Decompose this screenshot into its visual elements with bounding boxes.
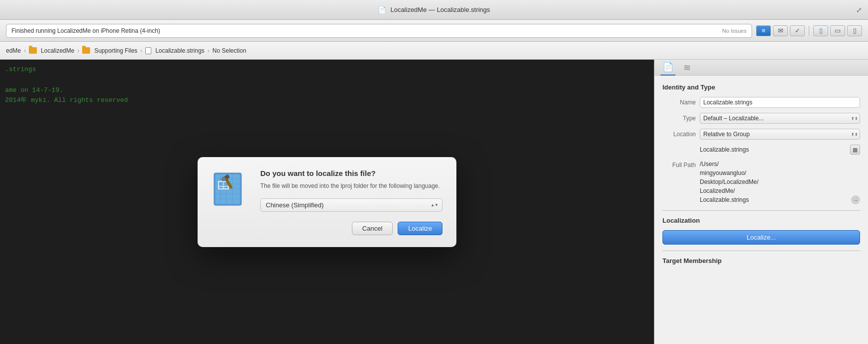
breadcrumb-supporting-text: Supporting Files: [94, 47, 137, 54]
full-path-row: Full Path /Users/mingyouwangluo/Desktop/…: [662, 160, 860, 204]
dialog-title: Do you want to localize this file?: [260, 169, 442, 177]
breadcrumb-item-file[interactable]: Localizable.strings: [145, 47, 205, 54]
location-select-wrapper[interactable]: Relative to Group Absolute Path: [700, 129, 860, 140]
file-icon-1: 📄: [378, 6, 386, 14]
type-select-wrapper[interactable]: Default – Localizable...: [700, 113, 860, 124]
panel-content: Identity and Type Name Type Default – Lo…: [654, 76, 868, 344]
tab-attributes[interactable]: ≋: [681, 60, 693, 75]
identity-section-title: Identity and Type: [662, 84, 860, 91]
location-label: Location: [662, 129, 700, 138]
toolbar-right: ≡ ✉ ✓ ▯ ▭ ▯: [756, 25, 862, 36]
toolbar-sep-1: [809, 26, 809, 36]
window-title: 📄 LocalizedMe — Localizable.strings: [378, 6, 490, 14]
folder-icon-2: [82, 47, 90, 54]
breadcrumb-item-root[interactable]: edMe: [6, 47, 21, 54]
breadcrumb-sep-1: ›: [24, 47, 26, 54]
full-path-text: /Users/mingyouwangluo/Desktop/LocalizedM…: [700, 160, 848, 204]
view-btn-right[interactable]: ▯: [847, 25, 862, 36]
language-select[interactable]: Chinese (Simplified) English French Germ…: [260, 198, 442, 212]
xcode-blueprint-icon: [212, 169, 251, 209]
breadcrumb-file-text: Localizable.strings: [155, 47, 205, 54]
title-text: LocalizedMe — Localizable.strings: [390, 6, 490, 13]
content-area[interactable]: .strings ame on 14-7-19. 2014年 myki. All…: [0, 60, 654, 344]
navigate-arrow-btn[interactable]: →: [851, 195, 860, 204]
path-filename-label: [662, 145, 700, 147]
panel-tabs: 📄 ≋: [654, 60, 868, 76]
breadcrumb-item-project[interactable]: LocalizedMe: [29, 47, 74, 54]
name-label: Name: [662, 97, 700, 106]
dialog-content: Do you want to localize this file? The f…: [212, 169, 442, 212]
tab-identity[interactable]: 📄: [660, 60, 675, 76]
full-path-label: Full Path: [662, 160, 700, 169]
localization-section-title: Localization: [662, 217, 860, 224]
type-select[interactable]: Default – Localizable...: [700, 113, 860, 124]
dialog-text: Do you want to localize this file? The f…: [260, 169, 442, 212]
dialog-buttons: Cancel Localize: [212, 222, 442, 235]
language-select-wrapper[interactable]: Chinese (Simplified) English French Germ…: [260, 198, 442, 212]
target-section-title: Target Membership: [662, 257, 860, 264]
location-select[interactable]: Relative to Group Absolute Path: [700, 129, 860, 140]
location-row: Location Relative to Group Absolute Path: [662, 129, 860, 140]
name-input[interactable]: [700, 97, 860, 108]
breadcrumb-sep-4: ›: [208, 47, 210, 54]
dialog-overlay: Do you want to localize this file? The f…: [0, 60, 654, 344]
file-icon-small: [145, 47, 151, 54]
cancel-button[interactable]: Cancel: [352, 222, 393, 235]
divider-2: [662, 251, 860, 251]
toolbar: Finished running LocalizedMe on iPhone R…: [0, 20, 868, 42]
title-bar-controls: ⤢: [856, 6, 862, 14]
main-layout: .strings ame on 14-7-19. 2014年 myki. All…: [0, 60, 868, 344]
breadcrumb-root-text: edMe: [6, 47, 21, 54]
breadcrumb-sep-3: ›: [140, 47, 142, 54]
breadcrumb-sep-2: ›: [77, 47, 79, 54]
divider-1: [662, 210, 860, 211]
view-btn-envelope[interactable]: ✉: [773, 25, 788, 36]
localize-button[interactable]: Localize: [398, 222, 442, 235]
type-label: Type: [662, 113, 700, 122]
right-panel: 📄 ≋ Identity and Type Name Type Default …: [654, 60, 868, 344]
view-btn-center[interactable]: ▭: [830, 25, 845, 36]
path-filename-text: Localizable.strings: [700, 146, 847, 153]
breadcrumb-item-supporting[interactable]: Supporting Files: [82, 47, 137, 54]
breadcrumb: edMe › LocalizedMe › Supporting Files › …: [0, 42, 868, 60]
localize-dialog: Do you want to localize this file? The f…: [198, 157, 456, 247]
path-filename-value: Localizable.strings ▦: [700, 145, 860, 155]
breadcrumb-item-selection[interactable]: No Selection: [213, 47, 246, 54]
name-row: Name: [662, 97, 860, 108]
status-text: Finished running LocalizedMe on iPhone R…: [11, 27, 160, 34]
resize-icon[interactable]: ⤢: [856, 6, 862, 14]
localize-panel-button[interactable]: Localize...: [662, 230, 860, 245]
path-row: Localizable.strings ▦: [700, 145, 860, 155]
title-bar: 📄 LocalizedMe — Localizable.strings ⤢: [0, 0, 868, 20]
breadcrumb-selection-text: No Selection: [213, 47, 246, 54]
type-value[interactable]: Default – Localizable...: [700, 113, 860, 124]
view-btn-list[interactable]: ≡: [756, 25, 771, 36]
name-value[interactable]: [700, 97, 860, 108]
path-browse-btn[interactable]: ▦: [850, 145, 860, 155]
location-value[interactable]: Relative to Group Absolute Path: [700, 129, 860, 140]
status-bar: Finished running LocalizedMe on iPhone R…: [6, 24, 752, 38]
view-btn-check[interactable]: ✓: [790, 25, 805, 36]
folder-icon-1: [29, 47, 37, 54]
path-filename-row: Localizable.strings ▦: [662, 145, 860, 155]
breadcrumb-project-text: LocalizedMe: [41, 47, 74, 54]
type-row: Type Default – Localizable...: [662, 113, 860, 124]
status-badge: No Issues: [722, 28, 747, 34]
full-path-value: /Users/mingyouwangluo/Desktop/LocalizedM…: [700, 160, 860, 204]
view-btn-left[interactable]: ▯: [813, 25, 828, 36]
dialog-description: The file will be moved into the lproj fo…: [260, 181, 442, 190]
